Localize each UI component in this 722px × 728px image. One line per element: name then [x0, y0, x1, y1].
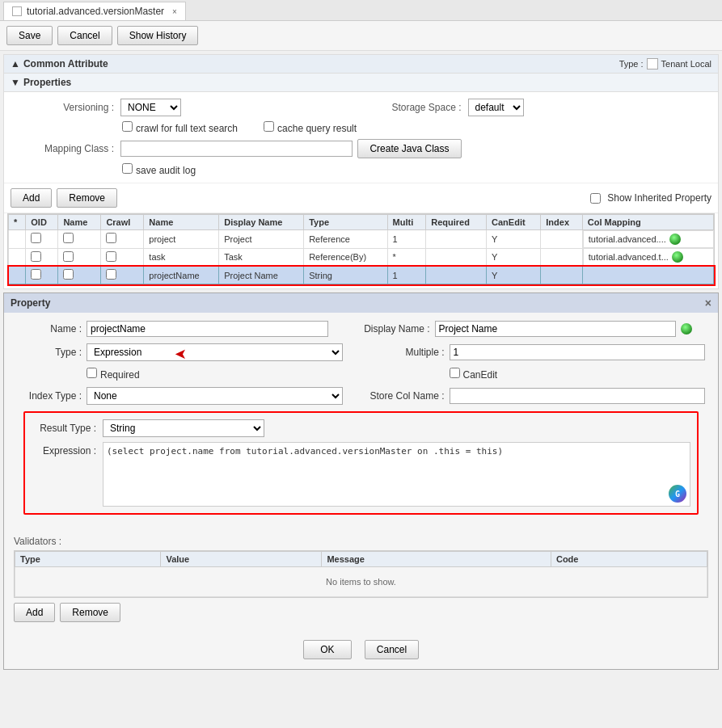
versioning-select[interactable]: NONE SIMPLE FULL: [120, 99, 181, 116]
validators-section: Validators : Type Value Message Code No …: [7, 532, 715, 627]
table-row-selected[interactable]: projectName Project Name String 1 Y: [9, 267, 714, 284]
cell-star: [9, 267, 26, 284]
cell-oid: [26, 248, 58, 267]
cell-display: Project: [219, 230, 304, 249]
common-attribute-header: ▲ Common Attribute Type : Tenant Local: [4, 55, 718, 74]
oid-checkbox[interactable]: [31, 233, 41, 243]
cell-display: Task: [219, 248, 304, 267]
show-inherited-checkbox[interactable]: [590, 193, 601, 204]
crawl-chk[interactable]: [106, 269, 116, 280]
create-java-class-button[interactable]: Create Java Class: [357, 139, 461, 158]
cell-name-chk: [58, 267, 101, 284]
properties-label: Properties: [23, 77, 71, 88]
oid-checkbox[interactable]: [31, 251, 41, 262]
footer-cancel-button[interactable]: Cancel: [365, 640, 419, 659]
save-button[interactable]: Save: [6, 26, 53, 45]
display-name-icon[interactable]: [681, 323, 692, 335]
col-type: Type: [304, 215, 387, 230]
show-history-button[interactable]: Show History: [117, 26, 199, 45]
property-dialog-close[interactable]: ×: [705, 297, 711, 309]
mapping-class-label: Mapping Class :: [17, 143, 114, 154]
tab-bar: tutorial.advanced.versionMaster ×: [0, 0, 722, 21]
col-index: Index: [541, 215, 582, 230]
val-col-code: Code: [551, 552, 707, 567]
crawl-checkbox[interactable]: [122, 121, 133, 132]
cell-name: project: [144, 230, 219, 249]
remove-validator-button[interactable]: Remove: [60, 603, 120, 622]
cancel-button[interactable]: Cancel: [57, 26, 112, 45]
save-audit-checkbox[interactable]: [122, 163, 133, 174]
cell-crawl: [101, 248, 144, 267]
expression-label: Expression :: [32, 442, 96, 507]
cell-oid: [26, 267, 58, 284]
type-value: Tenant Local: [661, 59, 711, 69]
crawl-chk[interactable]: [106, 233, 116, 243]
cache-checkbox-label[interactable]: cache query result: [264, 121, 357, 134]
store-col-input[interactable]: [450, 388, 706, 404]
save-audit-label[interactable]: save audit log: [122, 165, 196, 176]
properties-toggle[interactable]: ▼: [11, 77, 20, 88]
expression-area: (select project.name from tutorial.advan…: [103, 442, 690, 507]
add-validator-button[interactable]: Add: [14, 603, 55, 622]
type-select[interactable]: String Expression Integer Reference: [87, 343, 343, 361]
name-checkbox[interactable]: [63, 269, 74, 280]
index-type-select[interactable]: None BTREE HASH: [87, 387, 343, 405]
val-col-type: Type: [15, 552, 161, 567]
mapping-class-input[interactable]: [120, 141, 353, 157]
crawl-checkbox-label[interactable]: crawl for full text search: [122, 121, 238, 134]
tab-close-button[interactable]: ×: [172, 7, 177, 16]
main-tab[interactable]: tutorial.advanced.versionMaster ×: [3, 2, 186, 20]
checkbox-row1: crawl for full text search cache query r…: [17, 121, 705, 134]
cell-colmap: tutorial.advanced.t...: [583, 248, 714, 266]
gemini-button[interactable]: G: [669, 485, 686, 503]
property-dialog-header: Property ×: [4, 293, 718, 313]
property-dialog: Property × Name : Display Name : Type : …: [3, 292, 719, 670]
common-attr-toggle[interactable]: ▲: [11, 58, 20, 69]
table-row[interactable]: project Project Reference 1 Y tutorial.a…: [9, 230, 714, 249]
col-oid: OID: [26, 215, 58, 230]
col-mapping-icon-1[interactable]: [669, 234, 681, 245]
crawl-chk[interactable]: [106, 251, 116, 262]
cell-star: [9, 248, 26, 267]
col-star: *: [9, 215, 26, 230]
cell-name: task: [144, 248, 219, 267]
mapping-class-row: Create Java Class: [120, 139, 462, 158]
cell-required: [426, 248, 487, 267]
required-checkbox-label[interactable]: Required: [87, 368, 343, 381]
required-checkbox[interactable]: [87, 368, 97, 378]
cell-colmap: [582, 267, 713, 284]
val-col-message: Message: [322, 552, 551, 567]
canedit-label: CanEdit: [463, 369, 498, 381]
col-mapping-icon-2[interactable]: [672, 251, 683, 263]
versioning-label: Versioning :: [17, 102, 114, 113]
remove-property-button[interactable]: Remove: [57, 188, 117, 208]
canedit-checkbox-label[interactable]: CanEdit: [450, 368, 706, 381]
result-type-select[interactable]: String Integer Boolean: [103, 419, 264, 437]
cache-checkbox[interactable]: [264, 121, 274, 132]
validators-table-wrap: Type Value Message Code No items to show…: [14, 550, 708, 598]
table-action-bar: Add Remove Show Inherited Property: [4, 183, 718, 213]
name-checkbox[interactable]: [63, 251, 74, 262]
multiple-input[interactable]: [450, 344, 706, 360]
canedit-checkbox[interactable]: [450, 368, 460, 378]
table-row[interactable]: task Task Reference(By) * Y tutorial.adv…: [9, 248, 714, 267]
property-dialog-title: Property: [11, 297, 50, 309]
display-name-input[interactable]: [435, 321, 677, 337]
cell-required: [426, 267, 487, 284]
name-checkbox[interactable]: [63, 233, 74, 243]
col-name: Name: [144, 215, 219, 230]
add-property-button[interactable]: Add: [11, 188, 52, 208]
expression-text: (select project.name from tutorial.advan…: [107, 446, 503, 457]
oid-checkbox[interactable]: [31, 269, 41, 280]
result-type-label: Result Type :: [32, 423, 96, 434]
ok-button[interactable]: OK: [303, 640, 352, 659]
cell-name-chk: [58, 248, 101, 267]
cell-name: projectName: [144, 267, 219, 284]
storage-space-select[interactable]: default archive: [468, 99, 524, 116]
cell-multi: 1: [387, 230, 426, 249]
properties-grid: Versioning : NONE SIMPLE FULL Storage Sp…: [4, 92, 718, 183]
validators-action-bar: Add Remove: [7, 598, 715, 627]
val-col-value: Value: [161, 552, 322, 567]
name-input[interactable]: [87, 321, 328, 337]
cell-crawl: [101, 230, 144, 249]
